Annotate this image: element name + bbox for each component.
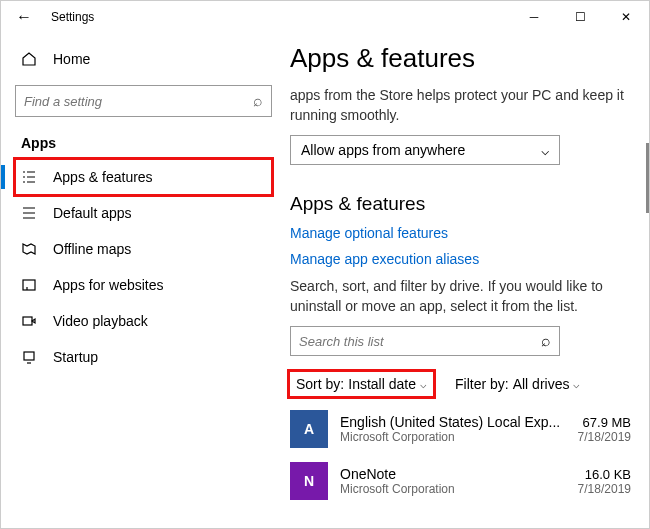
sort-value: Install date <box>348 376 416 392</box>
nav-startup[interactable]: Startup <box>15 339 272 375</box>
app-list-item[interactable]: N OneNote Microsoft Corporation 16.0 KB … <box>290 462 631 500</box>
find-setting-search[interactable]: ⌕ <box>15 85 272 117</box>
back-button[interactable]: ← <box>1 8 47 26</box>
dropdown-value: Allow apps from anywhere <box>301 142 465 158</box>
home-nav[interactable]: Home <box>15 43 272 75</box>
map-icon <box>21 241 37 257</box>
app-name: OneNote <box>340 466 566 482</box>
maximize-button[interactable]: ☐ <box>557 1 603 33</box>
app-source-dropdown[interactable]: Allow apps from anywhere ⌵ <box>290 135 560 165</box>
home-label: Home <box>53 51 90 67</box>
app-publisher: Microsoft Corporation <box>340 430 566 444</box>
filter-by-control[interactable]: Filter by: All drives ⌵ <box>455 376 580 392</box>
sort-label: Sort by: <box>296 376 344 392</box>
window-title: Settings <box>47 10 511 24</box>
nav-apps-features[interactable]: Apps & features <box>15 159 272 195</box>
search-list-box[interactable]: ⌕ <box>290 326 560 356</box>
filter-value: All drives <box>513 376 570 392</box>
minimize-button[interactable]: ─ <box>511 1 557 33</box>
section-title: Apps & features <box>290 193 631 215</box>
nav-apps-websites[interactable]: Apps for websites <box>15 267 272 303</box>
nav-video-playback[interactable]: Video playback <box>15 303 272 339</box>
svg-rect-1 <box>23 317 32 325</box>
app-name: English (United States) Local Exp... <box>340 414 566 430</box>
chevron-down-icon: ⌵ <box>541 142 549 158</box>
nav-label: Default apps <box>53 205 132 221</box>
list-icon <box>21 169 37 185</box>
list-description: Search, sort, and filter by drive. If yo… <box>290 277 631 316</box>
sidebar-section: Apps <box>21 135 272 151</box>
search-icon: ⌕ <box>253 92 263 110</box>
video-icon <box>21 313 37 329</box>
close-button[interactable]: ✕ <box>603 1 649 33</box>
source-description: apps from the Store helps protect your P… <box>290 86 631 125</box>
nav-label: Offline maps <box>53 241 131 257</box>
app-date: 7/18/2019 <box>578 482 631 496</box>
app-publisher: Microsoft Corporation <box>340 482 566 496</box>
app-size: 67.9 MB <box>578 415 631 430</box>
svg-rect-0 <box>23 280 35 290</box>
nav-label: Video playback <box>53 313 148 329</box>
home-icon <box>21 51 37 67</box>
app-list-item[interactable]: A English (United States) Local Exp... M… <box>290 410 631 448</box>
nav-label: Apps & features <box>53 169 153 185</box>
link-execution-aliases[interactable]: Manage app execution aliases <box>290 251 631 267</box>
filter-label: Filter by: <box>455 376 509 392</box>
scrollbar[interactable] <box>646 143 649 213</box>
startup-icon <box>21 349 37 365</box>
search-icon: ⌕ <box>541 332 551 350</box>
app-icon: A <box>290 410 328 448</box>
nav-offline-maps[interactable]: Offline maps <box>15 231 272 267</box>
app-date: 7/18/2019 <box>578 430 631 444</box>
app-size: 16.0 KB <box>578 467 631 482</box>
page-title: Apps & features <box>290 43 631 74</box>
nav-label: Apps for websites <box>53 277 164 293</box>
find-setting-input[interactable] <box>24 94 253 109</box>
nav-default-apps[interactable]: Default apps <box>15 195 272 231</box>
app-icon: N <box>290 462 328 500</box>
defaults-icon <box>21 205 37 221</box>
chevron-down-icon: ⌵ <box>573 378 580 391</box>
search-list-input[interactable] <box>299 334 541 349</box>
svg-rect-2 <box>24 352 34 360</box>
sort-by-control[interactable]: Sort by: Install date ⌵ <box>290 372 433 396</box>
nav-label: Startup <box>53 349 98 365</box>
chevron-down-icon: ⌵ <box>420 378 427 391</box>
link-optional-features[interactable]: Manage optional features <box>290 225 631 241</box>
website-icon <box>21 277 37 293</box>
